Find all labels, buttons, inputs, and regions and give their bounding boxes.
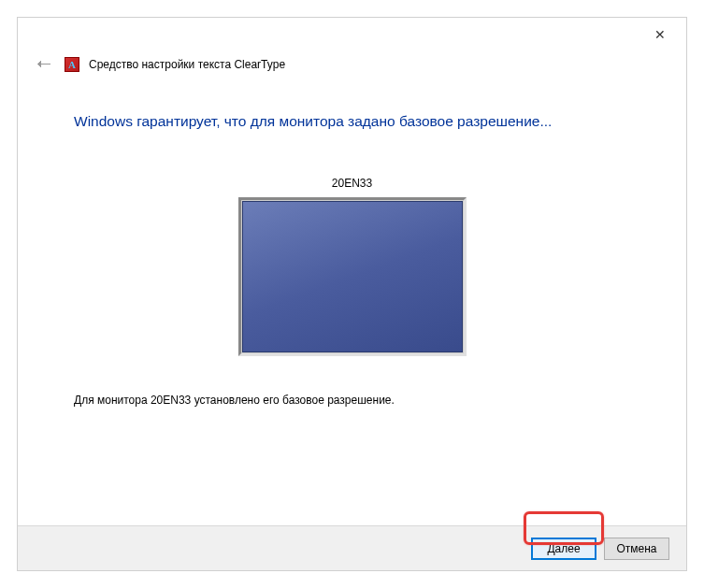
arrow-left-icon: 🠐 [36,56,51,73]
back-button[interactable]: 🠐 [33,53,55,76]
titlebar: ✕ [18,18,686,51]
close-icon: ✕ [654,27,666,42]
next-button[interactable]: Далее [531,538,596,560]
app-icon-letter: A [68,59,76,70]
cancel-button[interactable]: Отмена [604,538,669,560]
header-row: 🠐 A Средство настройки текста ClearType [18,51,686,85]
monitor-screen [242,201,463,352]
status-message: Для монитора 20EN33 установлено его базо… [74,394,630,407]
window-title: Средство настройки текста ClearType [89,58,285,71]
footer-bar: Далее Отмена [18,525,686,570]
close-button[interactable]: ✕ [641,22,679,48]
monitor-preview [238,197,467,356]
page-heading: Windows гарантирует, что для монитора за… [74,113,630,130]
dialog-window: ✕ 🠐 A Средство настройки текста ClearTyp… [17,17,687,571]
content-area: Windows гарантирует, что для монитора за… [18,85,686,407]
monitor-section: 20EN33 [74,177,630,356]
app-icon: A [65,57,79,72]
monitor-name-label: 20EN33 [74,177,630,190]
